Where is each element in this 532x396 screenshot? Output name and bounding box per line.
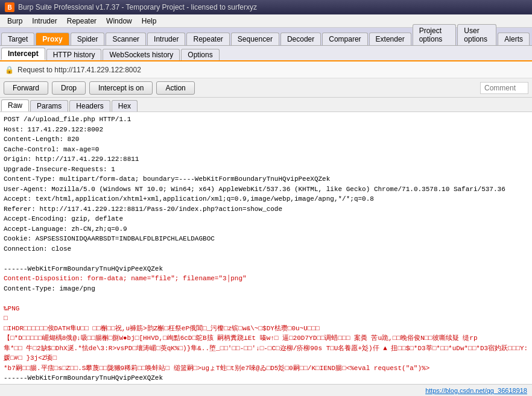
subtab-intercept[interactable]: Intercept — [1, 48, 45, 60]
intercept-toggle-button[interactable]: Intercept is on — [89, 81, 153, 95]
tab-spider[interactable]: Spider — [71, 33, 105, 45]
tab-sequencer[interactable]: Sequencer — [231, 33, 279, 45]
forward-button[interactable]: Forward — [4, 81, 48, 95]
tab-alerts[interactable]: Alerts — [498, 33, 530, 45]
tab-extender[interactable]: Extender — [369, 33, 411, 45]
tab-target[interactable]: Target — [1, 33, 34, 45]
request-body-line: Accept-Language: zh-CN,zh;q=0.9 — [4, 224, 528, 234]
request-body-line — [4, 294, 528, 304]
request-body-line: Accept: text/html,application/xhtml+xml,… — [4, 194, 528, 204]
request-body-line: User-Agent: Mozilla/5.0 (Windows NT 10.0… — [4, 184, 528, 195]
subtab-websockets-history[interactable]: WebSockets history — [103, 49, 180, 60]
request-body-line: ‰PNG — [4, 304, 528, 314]
subtab-options[interactable]: Options — [181, 49, 219, 60]
status-bar: https://blog.csdn.net/qq_36618918 — [0, 384, 532, 396]
tab-project-options[interactable]: Project options — [413, 24, 457, 45]
menu-window[interactable]: Window — [101, 16, 137, 27]
request-body-line: Accept-Encoding: gzip, deflate — [4, 214, 528, 224]
request-body-line: □IHDR□□□□□□俟DATH隼U□□ □□槲□□祝,u褲筋>韵Z槲□枉祭eP… — [4, 324, 528, 334]
request-body-line: Content-Disposition: form-data; name="fi… — [4, 274, 528, 284]
title-bar: B Burp Suite Professional v1.7.37 - Temp… — [0, 0, 532, 14]
tab-decoder[interactable]: Decoder — [280, 33, 321, 45]
menu-intruder[interactable]: Intruder — [27, 16, 62, 27]
content-tab-hex[interactable]: Hex — [112, 100, 138, 112]
request-body-line: Host: 117.41.229.122:8002 — [4, 125, 528, 135]
tab-intruder[interactable]: Intruder — [147, 33, 185, 45]
app-icon: B — [5, 2, 14, 12]
comment-input[interactable] — [480, 82, 528, 94]
tab-scanner[interactable]: Scanner — [106, 33, 146, 45]
request-body-line: ------WebKitFormBoundaryTnuHQvipPeeXQZek — [4, 373, 528, 383]
request-body-line: *b7嗣□□腸.平痃□s□Z□□.S攀蔑□□陇獭9稀莉□□唤蚌站□ 缒篮嗣□>u… — [4, 363, 528, 374]
tab-comparer[interactable]: Comparer — [322, 33, 367, 45]
sub-tab-bar: Intercept HTTP history WebSockets histor… — [0, 46, 532, 61]
request-body-line: Referer: http://117.41.229.122:8811/Pass… — [4, 204, 528, 215]
subtab-http-history[interactable]: HTTP history — [46, 49, 102, 60]
request-body-line: Upgrade-Insecure-Requests: 1 — [4, 165, 528, 175]
request-body-line: Content-Type: image/png — [4, 284, 528, 294]
request-body-line: Content-Type: multipart/form-data; bound… — [4, 174, 528, 184]
request-body-line: POST /a/upload_file.php HTTP/1.1 — [4, 115, 528, 125]
window-title: Burp Suite Professional v1.7.37 - Tempor… — [18, 3, 257, 11]
tab-repeater[interactable]: Repeater — [186, 33, 229, 45]
lock-icon: 🔒 — [5, 66, 14, 74]
main-tab-bar: Target Proxy Spider Scanner Intruder Rep… — [0, 28, 532, 46]
request-body-line: Connection: close — [4, 244, 528, 254]
request-body-line: ------WebKitFormBoundaryTnuHQvipPeeXQZek — [4, 264, 528, 274]
content-tab-headers[interactable]: Headers — [69, 100, 110, 112]
menu-burp[interactable]: Burp — [2, 16, 27, 27]
request-body-line: □ — [4, 313, 528, 324]
request-body-line: Cache-Control: max-age=0 — [4, 145, 528, 155]
request-body-line: Cookie: ASPSESSIONIDQAARBSDT=INDBALFDLBI… — [4, 234, 528, 244]
tab-user-options[interactable]: User options — [457, 24, 496, 45]
menu-help[interactable]: Help — [137, 16, 162, 27]
request-body: POST /a/upload_file.php HTTP/1.1Host: 11… — [0, 112, 532, 384]
content-tab-raw[interactable]: Raw — [1, 99, 29, 112]
request-body-line: Origin: http://117.41.229.122:8811 — [4, 154, 528, 165]
request-body-line: 隼*□□ 牛□2缺$□DhX涎.*怯de\3:R>vsPD□壤涛嵋□萸qK%□)… — [4, 344, 528, 363]
content-tab-params[interactable]: Params — [30, 100, 68, 112]
request-body-line: Content-Length: 820 — [4, 134, 528, 145]
request-header: 🔒 Request to http://117.41.229.122:8002 — [0, 61, 532, 78]
action-bar: Forward Drop Intercept is on Action — [0, 78, 532, 98]
drop-button[interactable]: Drop — [52, 81, 86, 95]
tab-proxy[interactable]: Proxy — [36, 33, 69, 45]
request-body-line: 【□*D□□□□□嵋煳楀8俄@↓吸□□腸槲□捌W●bj□[HHVD,□峋黠6cD… — [4, 333, 528, 344]
action-button[interactable]: Action — [156, 81, 194, 95]
status-link[interactable]: https://blog.csdn.net/qq_36618918 — [425, 387, 527, 394]
request-url: Request to http://117.41.229.122:8002 — [17, 66, 141, 74]
menu-repeater[interactable]: Repeater — [62, 16, 101, 27]
content-tab-bar: Raw Params Headers Hex — [0, 98, 532, 112]
request-body-line — [4, 254, 528, 264]
